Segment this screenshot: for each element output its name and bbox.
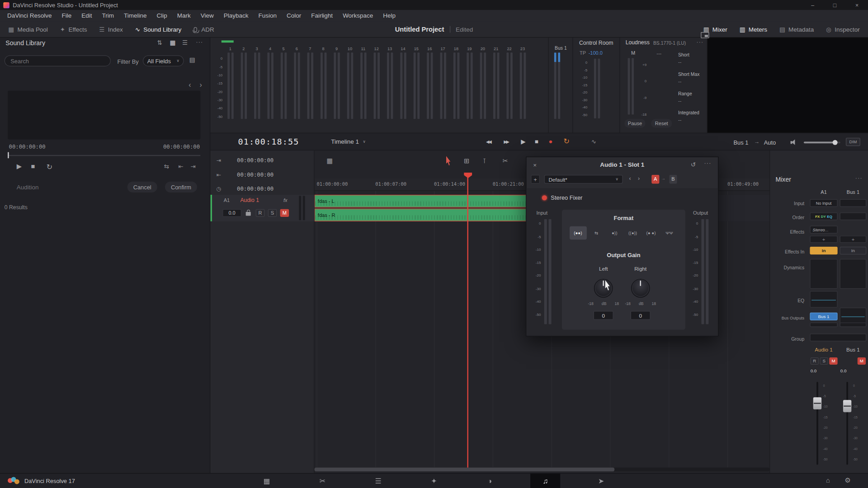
input-select-bus1[interactable] [840, 199, 867, 207]
preview-play-icon[interactable]: ▶ [17, 163, 22, 170]
lock-icon[interactable] [246, 212, 251, 216]
volume-slider-knob[interactable] [833, 140, 838, 145]
format-mono-sum-button[interactable]: ((●)) [624, 226, 642, 239]
menu-help[interactable]: Help [378, 12, 401, 19]
fader-track-audio1[interactable] [816, 382, 818, 465]
track-solo-button[interactable]: S [268, 209, 277, 217]
fader-handle-bus1[interactable] [843, 400, 851, 412]
jump-forward-icon[interactable]: ⇥ [190, 163, 195, 170]
menu-color[interactable]: Color [282, 12, 306, 19]
right-gain-value[interactable]: 0 [631, 311, 651, 320]
menu-fusion[interactable]: Fusion [253, 12, 281, 19]
menu-clip[interactable]: Clip [151, 12, 172, 19]
fader-handle-audio1[interactable] [813, 397, 821, 409]
automation-icon[interactable]: ∿ [591, 138, 596, 145]
bus1-mute-button[interactable]: M [858, 357, 866, 365]
marker-timecode[interactable]: 00:00:00:00 [237, 171, 274, 177]
marker-timecode[interactable]: 00:00:00:00 [237, 186, 274, 192]
record-button[interactable]: ● [548, 138, 552, 145]
menu-mark[interactable]: Mark [172, 12, 196, 19]
format-stereo-button[interactable]: (●●) [569, 226, 586, 239]
eq-a1[interactable] [810, 291, 837, 308]
stop-button[interactable]: ■ [535, 138, 538, 145]
input-select-a1[interactable]: No Input [810, 199, 837, 207]
timeline-selector[interactable]: Timeline 1 ∨ [331, 138, 365, 145]
dynamics-a1[interactable] [810, 259, 837, 289]
track-arm-button[interactable]: R [256, 209, 265, 217]
plugin-reset-icon[interactable]: ↺ [691, 161, 696, 168]
effects-in-bus1[interactable]: In [840, 247, 867, 254]
home-icon[interactable]: ⌂ [826, 476, 830, 484]
waveform-preview[interactable] [8, 91, 200, 140]
left-gain-value[interactable]: 0 [594, 311, 613, 320]
loudness-options-icon[interactable]: ··· [696, 39, 703, 45]
add-effect-a1[interactable]: + [810, 236, 837, 243]
strip-s-button[interactable]: S [820, 357, 828, 365]
dim-button[interactable]: DIM [846, 138, 860, 146]
bus-output-stub-a1[interactable] [810, 323, 837, 327]
add-effect-bus1[interactable]: + [840, 236, 867, 243]
inspector-button[interactable]: ◎Inspector [820, 21, 866, 38]
menu-workspace[interactable]: Workspace [338, 12, 378, 19]
list-view-icon[interactable]: ☰ [182, 39, 188, 47]
plugin-bypass-toggle[interactable] [542, 195, 547, 200]
timeline-scrollbar-thumb[interactable] [315, 468, 615, 472]
loop-range-icon[interactable]: ⇆ [164, 163, 169, 170]
effects-button[interactable]: ✦Effects [54, 21, 93, 38]
ab-compare-a-button[interactable]: A [651, 175, 659, 184]
next-sound-icon[interactable]: › [200, 81, 202, 89]
effects-slot-a1[interactable]: Stereo... [810, 226, 837, 234]
fader-value-bus1[interactable]: 0.0 [840, 369, 847, 374]
menu-edit[interactable]: Edit [76, 12, 97, 19]
marker-next-icon[interactable]: ⇥ [210, 157, 227, 163]
maximize-button[interactable]: □ [824, 0, 846, 10]
track-mute-button[interactable]: M [280, 209, 289, 217]
menu-file[interactable]: File [57, 12, 77, 19]
fader-value-audio1[interactable]: 0.0 [811, 369, 817, 374]
monitor-volume-slider[interactable] [804, 141, 840, 143]
rewind-button[interactable]: ◀◀ [486, 140, 491, 145]
minimize-button[interactable]: – [802, 0, 824, 10]
clock-icon[interactable]: ◷ [210, 186, 227, 192]
fast-forward-button[interactable]: ▶▶ [504, 140, 508, 145]
preview-stop-icon[interactable]: ■ [31, 163, 35, 170]
preview-loop-icon[interactable]: ↻ [47, 163, 52, 171]
ab-compare-b-button[interactable]: B [669, 175, 677, 184]
panel-options-icon[interactable]: ··· [196, 39, 203, 45]
group-slot[interactable] [810, 333, 866, 341]
loudness-pause-button[interactable]: Pause [624, 119, 646, 128]
monitor-bus-label[interactable]: Bus 1 [733, 139, 748, 145]
prev-preset-button[interactable]: ‹ [626, 175, 634, 181]
right-gain-knob[interactable] [631, 279, 650, 298]
page-fairlight[interactable]: ♫ [530, 474, 560, 488]
close-button[interactable]: × [846, 0, 868, 10]
add-preset-button[interactable]: + [531, 175, 540, 184]
prev-sound-icon[interactable]: ‹ [189, 81, 191, 89]
bus-output-stub-bus1[interactable] [840, 323, 867, 327]
trim-tool-icon[interactable]: ⊺ [483, 157, 486, 165]
order-strip-a1[interactable]: FXDYEQ [810, 212, 837, 220]
confirm-button[interactable]: Confirm [165, 182, 197, 192]
menu-fairlight[interactable]: Fairlight [306, 12, 338, 19]
loop-button[interactable]: ↻ [564, 137, 570, 145]
marker-timecode[interactable]: 00:00:00:00 [237, 157, 274, 163]
page-fusion[interactable]: ✦ [419, 474, 449, 488]
track-fx-badge[interactable]: fx [283, 197, 288, 203]
pointer-tool-icon[interactable] [446, 156, 452, 165]
page-edit[interactable]: ☰ [363, 474, 393, 488]
sort-icon[interactable]: ⇅ [157, 39, 162, 47]
preview-playhead[interactable] [8, 152, 9, 158]
loudness-reset-button[interactable]: Reset [651, 119, 672, 128]
cancel-button[interactable]: Cancel [127, 182, 157, 192]
page-media[interactable]: ▦ [252, 474, 282, 488]
monitor-mode-label[interactable]: Auto [764, 139, 776, 145]
mixer-options-icon[interactable]: ··· [855, 175, 863, 181]
track-header-audio1[interactable]: A1 Audio 1 fx 0.0 R S M [210, 195, 314, 221]
filter-field-select[interactable]: All Fields ∨ [143, 55, 184, 66]
preset-select[interactable]: Default* ∨ [544, 175, 623, 184]
speaker-icon[interactable] [791, 140, 797, 145]
preview-progress-bar[interactable] [8, 155, 200, 156]
menu-view[interactable]: View [196, 12, 219, 19]
search-input[interactable] [5, 55, 111, 66]
fader-track-bus1[interactable] [846, 382, 848, 465]
